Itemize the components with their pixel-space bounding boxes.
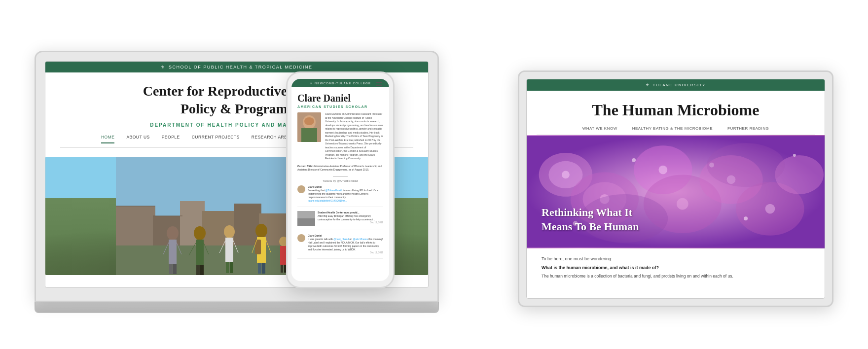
tablet-content-question: What is the human microbiome, and what i… (542, 265, 810, 270)
svg-point-18 (224, 225, 235, 238)
phone-device: ⚜ NEWCOMB-TULANE COLLEGE Clare Daniel AM… (286, 71, 395, 288)
tablet-body-content: To be here, one must be wondering: What … (527, 248, 825, 287)
phone-tweet-avatar-3 (297, 234, 305, 242)
devices-container: ⚜ SCHOOL OF PUBLIC HEALTH & TROPICAL MED… (39, 36, 829, 313)
phone-tweet-text-1: Clare Daniel So exciting that @TulaneHea… (308, 185, 383, 203)
tablet-nav-know[interactable]: WHAT WE KNOW (582, 126, 617, 131)
tablet-nav-eating[interactable]: HEALTHY EATING & THE MICROBIOME (632, 126, 713, 131)
svg-point-24 (255, 224, 267, 238)
phone-header: ⚜ NEWCOMB-TULANE COLLEGE (291, 79, 389, 87)
tablet-screen: ⚜ TULANE UNIVERSITY The Human Microbiome… (526, 79, 825, 299)
phone-body: ⚜ NEWCOMB-TULANE COLLEGE Clare Daniel AM… (286, 71, 395, 288)
svg-rect-30 (262, 263, 265, 274)
laptop-nav-projects[interactable]: CURRENT PROJECTS (192, 135, 240, 143)
phone-avatar (297, 112, 321, 142)
svg-rect-17 (200, 265, 204, 275)
phone-tweet-3: Clare Daniel It was great to talk with @… (297, 234, 383, 259)
phone-divider (333, 176, 348, 176)
phone-tweet-text-3: Clare Daniel It was great to talk with @… (308, 234, 383, 254)
phone-tweet-news-img (297, 211, 315, 226)
svg-rect-48 (169, 240, 177, 264)
tablet-device: ⚜ TULANE UNIVERSITY The Human Microbiome… (518, 70, 833, 307)
svg-point-55 (304, 117, 314, 125)
phone-content: Clare Daniel AMERICAN STUDIES SCHOLAR (291, 87, 389, 268)
laptop-nav-people[interactable]: PEOPLE (162, 135, 180, 143)
tweet-link-1[interactable]: @TulaneHealth (326, 189, 343, 192)
svg-point-78 (793, 154, 796, 157)
phone-tweet-author-3: Clare Daniel (308, 234, 322, 237)
laptop-header-text: SCHOOL OF PUBLIC HEALTH & TROPICAL MEDIC… (169, 65, 313, 70)
laptop-header-bar: ⚜ SCHOOL OF PUBLIC HEALTH & TROPICAL MED… (45, 62, 428, 72)
laptop-shield-icon: ⚜ (161, 65, 166, 70)
phone-current-title-label: Current Title: (297, 165, 313, 168)
tweet-url-1[interactable]: tulane.edu/stablelink/0147/2019en... (308, 199, 347, 202)
phone-tweet-author-1: Clare Daniel (308, 185, 322, 188)
svg-point-75 (632, 158, 636, 162)
phone-person-title: AMERICAN STUDIES SCHOLAR (297, 105, 383, 108)
svg-rect-56 (301, 128, 317, 142)
svg-rect-52 (173, 264, 177, 274)
svg-rect-16 (196, 265, 200, 275)
tablet-header-bar: ⚜ TULANE UNIVERSITY (527, 79, 825, 91)
tablet-content-intro: To be here, one must be wondering: (542, 256, 810, 261)
tablet-nav-reading[interactable]: FURTHER READING (727, 126, 769, 131)
svg-rect-22 (226, 262, 229, 273)
svg-point-69 (562, 171, 570, 179)
phone-avatar-svg (297, 112, 321, 142)
svg-rect-51 (169, 264, 173, 274)
laptop-nav-about[interactable]: ABOUT US (126, 135, 149, 143)
tablet-main-title: The Human Microbiome (527, 91, 825, 122)
phone-tweet-news: Student Health Center now provid... Afte… (297, 211, 383, 230)
svg-rect-33 (281, 265, 283, 273)
tablet-header-text: TULANE UNIVERSITY (653, 83, 706, 87)
laptop-nav-home[interactable]: HOME (101, 135, 115, 143)
phone-tweet-1: Clare Daniel So exciting that @TulaneHea… (297, 185, 383, 207)
tablet-body: ⚜ TULANE UNIVERSITY The Human Microbiome… (518, 70, 833, 307)
svg-point-12 (194, 226, 206, 240)
phone-shield-icon: ⚜ (310, 81, 313, 85)
tweet-date-2: Dec 11, 2019 (318, 221, 383, 224)
tablet-shield-icon: ⚜ (646, 83, 650, 87)
phone-bio-text: Clare Daniel is an Administrative Assist… (325, 112, 383, 161)
svg-rect-29 (258, 263, 261, 274)
scene: ⚜ SCHOOL OF PUBLIC HEALTH & TROPICAL MED… (0, 0, 868, 349)
svg-point-47 (167, 226, 179, 240)
phone-current-title: Current Title: Administrative Assistant … (297, 165, 383, 172)
phone-bio-section: Clare Daniel is an Administrative Assist… (297, 112, 383, 161)
svg-point-71 (658, 166, 667, 174)
phone-tweets-label: Tweets by @AmerFemHist (297, 179, 383, 182)
svg-rect-26 (255, 240, 261, 254)
hamburger-menu[interactable] (376, 82, 382, 86)
tablet-content-answer: The human microbiome is a collection of … (542, 273, 810, 279)
tweet-date-3: Dec 11, 2019 (308, 251, 383, 254)
tablet-hero-text: Rethinking What It Means To Be Human (542, 206, 810, 234)
tablet-nav: WHAT WE KNOW HEALTHY EATING & THE MICROB… (537, 122, 815, 135)
phone-tweet-news-text: Student Health Center now provid... Afte… (318, 211, 383, 226)
phone-tweet-avatar-1 (297, 185, 305, 193)
tablet-hero-overlay: Rethinking What It Means To Be Human (542, 206, 810, 234)
svg-rect-2 (116, 206, 155, 245)
tablet-hero: Rethinking What It Means To Be Human (527, 135, 825, 248)
laptop-base (35, 302, 439, 313)
phone-header-text: NEWCOMB-TULANE COLLEGE (315, 82, 371, 85)
phone-screen: ⚜ NEWCOMB-TULANE COLLEGE Clare Daniel AM… (291, 79, 389, 281)
svg-rect-19 (225, 238, 233, 262)
svg-rect-13 (196, 240, 204, 265)
svg-rect-23 (230, 262, 233, 273)
svg-rect-58 (297, 218, 315, 226)
phone-person-name: Clare Daniel (297, 92, 383, 104)
svg-point-81 (707, 143, 785, 187)
